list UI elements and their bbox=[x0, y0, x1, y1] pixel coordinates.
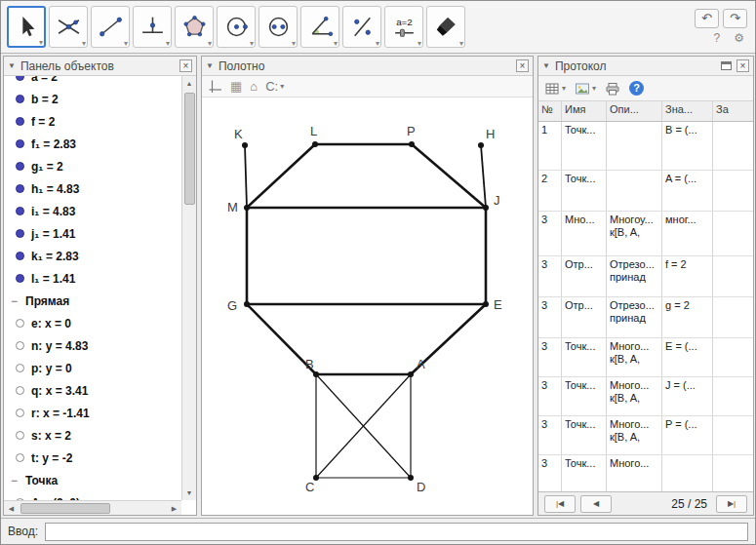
visibility-dot-icon[interactable] bbox=[16, 207, 24, 215]
undock-icon[interactable] bbox=[721, 61, 732, 70]
segment-KM[interactable] bbox=[245, 145, 247, 208]
object-item[interactable]: p: y = 0 bbox=[10, 357, 181, 379]
object-item[interactable]: k₁ = 2.83 bbox=[10, 245, 181, 267]
circle-tool[interactable]: ▾ bbox=[217, 6, 256, 48]
protocol-row[interactable]: 2Точк...A = (... bbox=[538, 171, 753, 212]
panel-menu-icon[interactable]: ▼ bbox=[8, 61, 16, 70]
segment-HJ[interactable] bbox=[481, 145, 486, 208]
visibility-dot-icon[interactable] bbox=[16, 274, 24, 283]
visibility-dot-icon[interactable] bbox=[16, 76, 24, 81]
protocol-row[interactable]: 1Точк...B = (... bbox=[538, 122, 753, 171]
visibility-dot-icon[interactable] bbox=[16, 341, 24, 350]
style-tool[interactable]: ▾ bbox=[426, 6, 465, 48]
export-image-dropdown[interactable]: ▾ bbox=[575, 81, 596, 97]
reflection-tool[interactable]: ▾ bbox=[342, 6, 381, 48]
protocol-row[interactable]: 3Точк...Много... к[B, A,P = (... bbox=[538, 416, 753, 455]
vertical-scrollbar[interactable]: ▲ ▼ bbox=[181, 76, 196, 500]
point-B[interactable] bbox=[313, 371, 319, 377]
visibility-dot-icon[interactable] bbox=[16, 364, 24, 372]
point-H[interactable] bbox=[478, 142, 484, 148]
protocol-row[interactable]: 3Мно...Многоу... к[B, A,мног... bbox=[538, 212, 753, 256]
drawing-canvas[interactable]: KLPHMJGEBACD bbox=[202, 97, 533, 515]
object-item[interactable]: r: x = -1.41 bbox=[10, 402, 181, 424]
polygon-tool[interactable]: ▾ bbox=[175, 6, 214, 48]
point-E[interactable] bbox=[483, 301, 489, 307]
object-item[interactable]: j₁ = 1.41 bbox=[10, 222, 181, 245]
grid-toggle-icon[interactable]: ▦ bbox=[230, 79, 242, 94]
segment-ML[interactable] bbox=[247, 144, 315, 208]
columns-dropdown[interactable]: ▾ bbox=[544, 81, 566, 97]
scrollbar-thumb[interactable] bbox=[184, 93, 195, 205]
print-icon[interactable] bbox=[605, 81, 620, 97]
point-A[interactable] bbox=[408, 371, 414, 377]
scroll-up-icon[interactable]: ▲ bbox=[182, 76, 197, 91]
visibility-dot-icon[interactable] bbox=[16, 139, 24, 148]
object-item[interactable]: a = 2 bbox=[10, 76, 181, 88]
prev-page-button[interactable]: ◀ bbox=[580, 495, 612, 513]
angle-tool[interactable]: ▾ bbox=[300, 6, 339, 48]
panel-menu-icon[interactable]: ▼ bbox=[206, 61, 214, 70]
object-item[interactable]: e: x = 0 bbox=[10, 312, 181, 334]
point-capture-dropdown[interactable]: C:▾ bbox=[265, 79, 284, 94]
help-icon[interactable]: ? bbox=[629, 81, 644, 96]
scroll-right-icon[interactable]: ▶ bbox=[167, 501, 181, 516]
point-G[interactable] bbox=[244, 301, 250, 307]
collapse-icon[interactable]: − bbox=[10, 294, 19, 308]
visibility-dot-icon[interactable] bbox=[16, 252, 24, 260]
close-icon[interactable]: × bbox=[736, 59, 749, 72]
protocol-row[interactable]: 3Точк...Много... bbox=[538, 455, 753, 491]
help-icon[interactable]: ? bbox=[714, 31, 721, 45]
collapse-icon[interactable]: − bbox=[10, 474, 19, 487]
column-header[interactable]: № bbox=[538, 101, 562, 121]
point-D[interactable] bbox=[408, 475, 414, 481]
protocol-row[interactable]: 3Отр...Отрезо... принадf = 2 bbox=[538, 256, 753, 297]
object-item[interactable]: t: y = -2 bbox=[10, 447, 181, 469]
point-J[interactable] bbox=[483, 205, 489, 211]
geometry-figure[interactable]: KLPHMJGEBACD bbox=[202, 97, 533, 515]
object-item[interactable]: n: y = 4.83 bbox=[10, 334, 181, 357]
column-header[interactable]: Опи... bbox=[607, 101, 662, 121]
segment-tool[interactable]: ▾ bbox=[91, 6, 130, 48]
visibility-dot-icon[interactable] bbox=[16, 184, 24, 193]
object-item[interactable]: i₁ = 4.83 bbox=[10, 200, 181, 222]
column-header[interactable]: Имя bbox=[562, 101, 607, 121]
point-P[interactable] bbox=[409, 141, 415, 147]
scroll-left-icon[interactable]: ◀ bbox=[4, 501, 19, 516]
visibility-dot-icon[interactable] bbox=[16, 453, 24, 462]
slider-tool[interactable]: a=2▾ bbox=[384, 6, 423, 48]
protocol-row[interactable]: 3Точк...Много... к[B, A,E = (... bbox=[538, 338, 753, 377]
scrollbar-thumb[interactable] bbox=[20, 503, 110, 514]
intersect-tool[interactable]: ▾ bbox=[49, 6, 88, 48]
settings-gear-icon[interactable]: ⚙ bbox=[734, 31, 744, 45]
visibility-dot-icon[interactable] bbox=[16, 431, 24, 440]
object-item[interactable]: f₁ = 2.83 bbox=[10, 133, 181, 155]
object-item[interactable]: s: x = 2 bbox=[10, 424, 181, 447]
perpendicular-line-tool[interactable]: ▾ bbox=[133, 6, 172, 48]
move-tool[interactable]: ▾ bbox=[7, 6, 46, 48]
protocol-row[interactable]: 3Отр...Отрезо... принадg = 2 bbox=[538, 297, 753, 338]
undo-button[interactable]: ↶ bbox=[695, 9, 719, 28]
object-section-header[interactable]: −Прямая bbox=[10, 290, 181, 312]
object-item[interactable]: f = 2 bbox=[10, 110, 181, 133]
point-K[interactable] bbox=[242, 142, 248, 148]
visibility-dot-icon[interactable] bbox=[16, 386, 24, 395]
horizontal-scrollbar[interactable]: ◀ ▶ bbox=[4, 500, 181, 515]
scroll-down-icon[interactable]: ▼ bbox=[182, 486, 197, 500]
next-page-button[interactable]: ▶| bbox=[716, 495, 747, 513]
close-icon[interactable]: × bbox=[179, 59, 192, 72]
visibility-dot-icon[interactable] bbox=[16, 319, 24, 328]
object-item[interactable]: b = 2 bbox=[10, 88, 181, 110]
object-item[interactable]: q: x = 3.41 bbox=[10, 379, 181, 402]
protocol-row[interactable]: 3Точк...Много... к[B, A,J = (... bbox=[538, 377, 753, 416]
visibility-dot-icon[interactable] bbox=[16, 117, 24, 126]
object-item[interactable]: g₁ = 2 bbox=[10, 155, 181, 177]
close-icon[interactable]: × bbox=[516, 59, 529, 72]
object-item[interactable]: h₁ = 4.83 bbox=[10, 177, 181, 200]
object-item[interactable]: A = (2, 0) bbox=[10, 491, 181, 500]
command-input[interactable] bbox=[45, 523, 748, 541]
visibility-dot-icon[interactable] bbox=[16, 162, 24, 171]
panel-menu-icon[interactable]: ▼ bbox=[542, 61, 550, 70]
object-item[interactable]: l₁ = 1.41 bbox=[10, 267, 181, 290]
first-page-button[interactable]: |◀ bbox=[544, 495, 576, 513]
object-section-header[interactable]: −Точка bbox=[10, 469, 181, 491]
